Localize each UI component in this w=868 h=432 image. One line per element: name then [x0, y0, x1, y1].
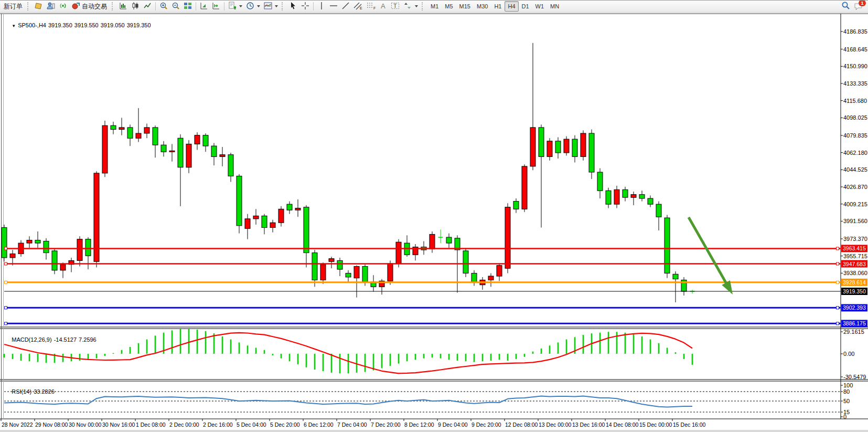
candle-bearish — [312, 253, 317, 280]
tf-button-w1[interactable]: W1 — [532, 1, 548, 12]
zoom-in-button[interactable] — [158, 1, 169, 12]
channel-tool-button[interactable]: E — [352, 1, 365, 12]
price-label-text: 3886.175 — [843, 320, 866, 326]
line-handle[interactable] — [5, 281, 7, 283]
tf-button-m5[interactable]: M5 — [442, 1, 456, 12]
signals-button[interactable] — [57, 1, 69, 12]
line-handle[interactable] — [5, 307, 7, 309]
notification-badge: 1 — [859, 0, 866, 6]
candle-bullish — [329, 259, 334, 262]
time-axis-label: 15 Dec 00:00 — [639, 422, 672, 428]
zoom-out-button[interactable] — [170, 1, 181, 12]
chart-background — [0, 13, 868, 432]
collapse-objects-icon[interactable]: ▼ — [12, 24, 16, 28]
candle-bullish — [144, 128, 149, 133]
line-handle[interactable] — [837, 247, 839, 250]
svg-text:T: T — [393, 3, 397, 9]
candle-bearish — [539, 128, 544, 157]
tf-button-m1[interactable]: M1 — [427, 1, 442, 12]
tf-button-d1[interactable]: D1 — [519, 1, 532, 12]
chart-canvas[interactable]: 3963.4153947.6833928.6143902.3933886.175… — [0, 1, 868, 432]
market-watch-button[interactable] — [33, 1, 45, 12]
tf-button-m30[interactable]: M30 — [474, 1, 491, 12]
periods-button[interactable] — [244, 1, 262, 12]
accounts-button[interactable] — [45, 1, 57, 12]
line-handle[interactable] — [5, 262, 7, 265]
price-axis-label: 4062.180 — [843, 150, 867, 156]
macd-axis-label: -30.5479 — [843, 374, 866, 380]
candle-bearish — [127, 128, 133, 138]
hline-tool-button[interactable] — [328, 1, 339, 12]
svg-text:F: F — [373, 6, 376, 10]
trendline-icon — [341, 2, 350, 12]
add-indicator-button[interactable] — [227, 1, 244, 12]
candlestick-icon — [131, 2, 140, 12]
timeframe-group: M1M5M15M30H1H4D1W1MN — [427, 1, 562, 12]
chart-shift-icon — [212, 2, 220, 12]
rsi-axis-label: 100 — [843, 382, 853, 388]
macd-indicator-label: MACD(12,26,9)-14.51277.2596 — [5, 330, 97, 349]
arrows-tool-button[interactable] — [402, 1, 420, 12]
fibonacci-tool-button[interactable]: F — [365, 1, 378, 12]
search-button[interactable] — [840, 1, 852, 12]
tf-button-m15[interactable]: M15 — [456, 1, 474, 12]
toolbar-grip — [422, 2, 425, 10]
candle-bearish — [111, 125, 116, 129]
gold-note-icon — [35, 2, 43, 12]
macd-axis-label: 29.1615 — [843, 329, 864, 335]
svg-text:E: E — [360, 6, 362, 10]
symbol-period-label: SP500-,H4 — [18, 22, 46, 28]
candle-bearish — [446, 237, 452, 243]
candle-bullish — [119, 128, 124, 130]
chart-shift-button[interactable] — [210, 1, 222, 12]
candle-bullish — [488, 276, 494, 280]
zoom-out-icon — [172, 2, 180, 12]
price-axis-label: 4133.335 — [843, 80, 867, 87]
toolbar-separator — [313, 2, 314, 10]
search-icon — [841, 1, 850, 12]
new-chart-button[interactable] — [198, 1, 210, 12]
trading-terminal-window: 新订单 自动交易 — [0, 0, 868, 432]
time-axis-label: 5 Dec 04:00 — [237, 422, 266, 428]
notifications-button[interactable]: 1 — [852, 1, 865, 12]
new-order-button[interactable]: 新订单 — [1, 1, 25, 12]
line-handle[interactable] — [837, 322, 839, 325]
quote-low: 3919.050 — [101, 22, 125, 28]
line-handle[interactable] — [837, 262, 839, 265]
text-tool-button[interactable]: A — [378, 1, 389, 12]
clock-icon — [246, 2, 254, 12]
crosshair-tool-button[interactable] — [299, 1, 311, 12]
templates-button[interactable] — [262, 1, 280, 12]
candle-bearish — [513, 202, 519, 209]
macd-value: -14.5127 — [54, 336, 77, 343]
time-axis-label: 2 Dec 16:00 — [203, 422, 233, 428]
bar-chart-mode-button[interactable] — [117, 1, 129, 12]
time-axis-label: 29 Nov 08:00 — [35, 422, 68, 428]
tf-button-h4[interactable]: H4 — [505, 1, 518, 12]
cursor-tool-button[interactable] — [287, 1, 299, 12]
candle-bullish — [10, 254, 15, 258]
candle-bearish — [639, 195, 645, 198]
tf-button-mn[interactable]: MN — [547, 1, 562, 12]
profile-icon — [47, 2, 55, 12]
candle-bullish — [388, 264, 393, 281]
line-handle[interactable] — [5, 247, 7, 250]
candlestick-mode-button[interactable] — [130, 1, 141, 12]
autotrade-button[interactable]: 自动交易 — [69, 1, 110, 12]
tile-windows-button[interactable] — [182, 1, 194, 12]
toolbar-grip — [282, 2, 285, 10]
line-handle[interactable] — [837, 281, 839, 283]
tf-button-h1[interactable]: H1 — [491, 1, 505, 12]
label-tool-button[interactable]: T — [389, 1, 402, 12]
candle-bullish — [396, 242, 401, 264]
line-chart-mode-button[interactable] — [142, 1, 153, 12]
time-axis-label: 7 Dec 20:00 — [371, 422, 401, 428]
rsi-axis-label: 0 — [843, 414, 846, 420]
line-handle[interactable] — [5, 322, 7, 325]
line-chart-icon — [143, 2, 152, 12]
line-handle[interactable] — [837, 307, 839, 309]
candle-bullish — [77, 239, 82, 261]
quote-open: 3919.350 — [48, 22, 72, 28]
trendline-tool-button[interactable] — [340, 1, 351, 12]
vline-tool-button[interactable] — [316, 1, 327, 12]
